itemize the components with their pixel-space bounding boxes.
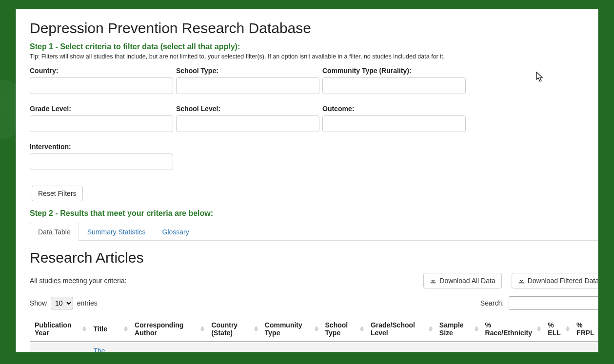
content: Depression Prevention Research Database … xyxy=(30,20,598,352)
step1-tip: Tip: Filters will show all studies that … xyxy=(30,53,598,60)
column-header[interactable]: Sample Size xyxy=(435,316,480,342)
filters-grid: Country: School Type: Community Type (Ru… xyxy=(30,67,598,181)
sort-icon[interactable] xyxy=(315,326,318,332)
filter-outcome-select[interactable] xyxy=(322,115,466,132)
filter-school-type: School Type: xyxy=(176,67,322,94)
sort-icon[interactable] xyxy=(429,326,433,332)
filter-intervention-select[interactable] xyxy=(30,153,173,170)
article-title-link[interactable]: The Unified xyxy=(93,347,115,352)
filter-grade-level: Grade Level: xyxy=(30,105,176,132)
tab-data-table[interactable]: Data Table xyxy=(30,223,79,241)
download-filtered-label: Download Filtered Data xyxy=(528,277,598,285)
column-header[interactable]: % FRPL xyxy=(572,316,598,342)
sort-icon[interactable] xyxy=(200,326,204,332)
download-all-label: Download All Data xyxy=(439,277,495,285)
sort-icon[interactable] xyxy=(566,326,570,332)
reset-filters-label: Reset Filters xyxy=(38,190,77,197)
sort-icon[interactable] xyxy=(537,326,541,332)
column-header[interactable]: Publication Year xyxy=(30,316,88,342)
column-header-label: Sample Size xyxy=(439,321,464,337)
cell-ell xyxy=(543,342,572,352)
reset-row: Reset Filters xyxy=(32,186,598,201)
reset-filters-button[interactable]: Reset Filters xyxy=(32,186,83,201)
column-header[interactable]: Community Type xyxy=(260,316,320,342)
filter-school-level-select[interactable] xyxy=(176,115,319,132)
filter-country: Country: xyxy=(30,67,176,94)
cell-publication-year xyxy=(30,342,88,352)
column-header[interactable]: % ELL xyxy=(543,316,572,342)
sort-icon[interactable] xyxy=(254,326,258,332)
download-all-button[interactable]: Download All Data xyxy=(423,273,501,288)
table-controls: Show 10 entries Search: xyxy=(30,296,598,310)
scrollport[interactable]: Depression Prevention Research Database … xyxy=(16,9,598,352)
table-head: Publication YearTitleCorresponding Autho… xyxy=(30,316,598,342)
filter-school-level: School Level: xyxy=(176,105,322,132)
cell-frpl xyxy=(572,342,598,352)
step1-heading: Step 1 - Select criteria to filter data … xyxy=(30,42,598,51)
column-header[interactable]: Title xyxy=(88,316,130,342)
filter-outcome-label: Outcome: xyxy=(322,105,466,113)
sort-icon[interactable] xyxy=(475,326,478,332)
results-subtext: All studies meeting your criteria: xyxy=(30,277,157,285)
results-subtext-row: All studies meeting your criteria: Downl… xyxy=(30,273,598,288)
search-input[interactable] xyxy=(509,296,598,310)
show-prefix: Show xyxy=(30,299,47,307)
cell-sample-size xyxy=(435,342,480,352)
sort-icon[interactable] xyxy=(124,326,128,332)
filter-school-type-select[interactable] xyxy=(176,77,319,94)
filter-community-type-select[interactable] xyxy=(322,77,466,94)
column-header-label: % ELL xyxy=(548,321,560,337)
filter-country-label: Country: xyxy=(30,67,173,75)
tabs: Data Table Summary Statistics Glossary xyxy=(30,223,598,241)
column-header-label: School Type xyxy=(325,321,348,337)
tab-summary-statistics-label: Summary Statistics xyxy=(87,228,146,236)
filter-community-type: Community Type (Rurality): xyxy=(322,67,469,94)
column-header-label: Community Type xyxy=(265,321,302,337)
cell-title: The Unified xyxy=(88,342,130,352)
column-header[interactable]: Grade/School Level xyxy=(366,316,435,342)
sort-icon[interactable] xyxy=(360,326,364,332)
cell-author xyxy=(130,342,206,352)
tab-data-table-label: Data Table xyxy=(38,228,71,236)
page-size-select[interactable]: 10 xyxy=(51,297,73,309)
filter-intervention-label: Intervention: xyxy=(30,143,173,151)
download-icon xyxy=(430,277,436,284)
column-header[interactable]: Corresponding Author xyxy=(130,316,206,342)
filter-school-level-label: School Level: xyxy=(176,105,319,113)
cell-community xyxy=(260,342,320,352)
search-box: Search: xyxy=(480,296,598,310)
results-table: Publication YearTitleCorresponding Autho… xyxy=(30,316,598,352)
download-buttons: Download All Data Download Filtered Data xyxy=(423,273,598,288)
column-header[interactable]: % Race/Ethnicity xyxy=(480,316,543,342)
show-suffix: entries xyxy=(77,299,98,307)
tab-summary-statistics[interactable]: Summary Statistics xyxy=(79,223,154,241)
sort-icon[interactable] xyxy=(82,326,86,332)
column-header-label: Grade/School Level xyxy=(371,321,415,337)
column-header-label: % FRPL xyxy=(576,321,594,337)
filter-school-type-label: School Type: xyxy=(176,67,319,75)
column-header[interactable]: School Type xyxy=(320,316,366,342)
filter-grade-level-label: Grade Level: xyxy=(30,105,173,113)
column-header[interactable]: Country (State) xyxy=(206,316,259,342)
search-label: Search: xyxy=(480,299,504,307)
column-header-label: Publication Year xyxy=(35,321,71,337)
filter-grade-level-select[interactable] xyxy=(30,115,173,132)
filter-outcome: Outcome: xyxy=(322,105,469,132)
filter-country-select[interactable] xyxy=(30,77,173,94)
tab-glossary-label: Glossary xyxy=(162,228,189,236)
download-filtered-button[interactable]: Download Filtered Data xyxy=(512,273,598,288)
step2-heading: Step 2 - Results that meet your criteria… xyxy=(30,209,598,218)
tab-glossary[interactable]: Glossary xyxy=(154,223,198,241)
table-row: The Unified xyxy=(30,342,598,352)
table-header-row: Publication YearTitleCorresponding Autho… xyxy=(30,316,598,342)
table-body: The Unified xyxy=(30,342,598,352)
app-frame: Depression Prevention Research Database … xyxy=(16,9,598,352)
column-header-label: % Race/Ethnicity xyxy=(485,321,532,337)
cell-grade-level xyxy=(366,342,435,352)
show-entries: Show 10 entries xyxy=(30,297,98,309)
cell-school-type xyxy=(320,342,366,352)
filter-community-type-label: Community Type (Rurality): xyxy=(322,67,466,75)
column-header-label: Corresponding Author xyxy=(135,321,183,337)
cell-race xyxy=(480,342,543,352)
cell-country xyxy=(206,342,259,352)
